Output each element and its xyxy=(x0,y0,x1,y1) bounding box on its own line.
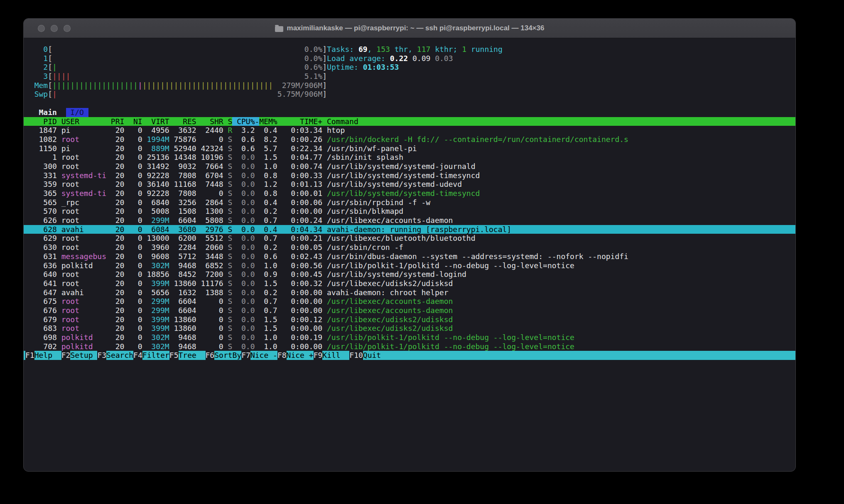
fkey-tree[interactable]: F5Tree xyxy=(169,351,206,360)
process-row-359[interactable]: 359 root 20 0 36140 11168 7448 S 0.0 1.2… xyxy=(24,180,795,189)
column-gap xyxy=(196,333,201,342)
column-header-command[interactable]: Command xyxy=(327,117,358,126)
column-header-user[interactable]: USER xyxy=(61,117,106,126)
column-header-mem[interactable]: MEM% xyxy=(259,117,277,126)
column-gap xyxy=(124,117,129,126)
column-header-shr[interactable]: SHR xyxy=(201,117,223,126)
process-row-636[interactable]: 636 polkitd 20 0 302M 9468 6852 S 0.0 1.… xyxy=(24,261,795,270)
column-gap xyxy=(106,234,111,243)
fkey-nice-[interactable]: F8Nice + xyxy=(277,351,314,360)
column-header-pid[interactable]: PID xyxy=(25,117,57,126)
cell-mem: 0.4 xyxy=(259,126,277,135)
fkey-quit[interactable]: F10Quit xyxy=(349,351,390,360)
cell-cpu: 0.0 xyxy=(237,333,255,342)
column-gap xyxy=(142,297,147,306)
meter-label: 3 xyxy=(25,72,48,81)
window-titlebar[interactable]: maximiliankaske — pi@raspberrypi: ~ — ss… xyxy=(24,19,795,38)
cell-pri: 20 xyxy=(111,252,125,261)
cell-time: 0:00.32 xyxy=(282,279,323,288)
column-gap xyxy=(255,198,260,207)
column-header-s[interactable]: S xyxy=(228,117,233,126)
cell-virt: 299M xyxy=(147,306,169,315)
column-gap xyxy=(196,189,201,198)
tab-io[interactable]: I/O xyxy=(66,108,88,117)
process-row-629[interactable]: 629 root 20 0 13000 6200 5512 S 0.0 0.7 … xyxy=(24,234,795,243)
process-row-1082[interactable]: 1082 root 20 0 1994M 75876 0 S 0.6 8.2 0… xyxy=(24,135,795,144)
column-header-virt[interactable]: VIRT xyxy=(147,117,169,126)
cell-pri: 20 xyxy=(111,306,125,315)
process-row-640[interactable]: 640 root 20 0 18856 8452 7200 S 0.0 0.9 … xyxy=(24,270,795,279)
column-gap xyxy=(196,261,201,270)
process-row-570[interactable]: 570 root 20 0 5008 1508 1300 S 0.0 0.2 0… xyxy=(24,207,795,216)
tab-main[interactable]: Main xyxy=(39,108,57,117)
fkey-kill[interactable]: F9Kill xyxy=(314,351,350,360)
column-gap xyxy=(223,117,228,126)
column-gap xyxy=(255,153,260,162)
column-gap xyxy=(124,144,129,153)
process-row-365[interactable]: 365 systemd-ti 20 0 92228 7808 0 S 0.0 0… xyxy=(24,189,795,198)
zoom-button[interactable] xyxy=(64,25,71,32)
meter-close-bracket: ] xyxy=(322,72,327,81)
process-row-647[interactable]: 647 avahi 20 0 5656 1632 1388 S 0.0 0.2 … xyxy=(24,288,795,297)
cell-shr: 3448 xyxy=(201,252,223,261)
column-header-pri[interactable]: PRI xyxy=(111,117,125,126)
cell-time: 0:00.00 xyxy=(282,324,323,333)
process-row-1150[interactable]: 1150 pi 20 0 889M 52940 42324 S 0.6 5.7 … xyxy=(24,144,795,153)
fkey-nice-[interactable]: F7Nice - xyxy=(241,351,277,360)
column-header-res[interactable]: RES xyxy=(174,117,196,126)
meter-value: 0.0% xyxy=(304,54,322,63)
process-row-702[interactable]: 702 polkitd 20 0 302M 9468 0 S 0.0 1.0 0… xyxy=(24,342,795,351)
process-row-641[interactable]: 641 root 20 0 399M 13860 11176 S 0.0 1.5… xyxy=(24,279,795,288)
meter-close-bracket: ] xyxy=(322,63,327,72)
process-row-631[interactable]: 631 messagebus 20 0 9608 5712 3448 S 0.0… xyxy=(24,252,795,261)
process-row-565[interactable]: 565 _rpc 20 0 6840 3256 2864 S 0.0 0.4 0… xyxy=(24,198,795,207)
tab-gap xyxy=(57,108,66,117)
process-row-1847[interactable]: 1847 pi 20 0 4956 3632 2440 R 3.2 0.4 0:… xyxy=(24,126,795,135)
column-gap xyxy=(232,225,237,234)
cell-ni: 0 xyxy=(129,333,142,342)
cell-virt: 31492 xyxy=(147,162,169,171)
column-gap xyxy=(277,270,282,279)
column-header-cpu-sort[interactable]: CPU%- xyxy=(232,117,259,126)
column-gap xyxy=(223,153,228,162)
process-row-676[interactable]: 676 root 20 0 299M 6604 0 S 0.0 0.7 0:00… xyxy=(24,306,795,315)
cell-user: root xyxy=(61,234,106,243)
column-gap xyxy=(223,180,228,189)
process-row-331[interactable]: 331 systemd-ti 20 0 92228 7808 6704 S 0.… xyxy=(24,171,795,180)
column-gap xyxy=(223,333,228,342)
process-row-698[interactable]: 698 polkitd 20 0 302M 9468 0 S 0.0 1.0 0… xyxy=(24,333,795,342)
cell-virt: 299M xyxy=(147,297,169,306)
cell-res: 7808 xyxy=(174,189,196,198)
column-gap xyxy=(57,144,61,153)
cell-time: 0:00.12 xyxy=(282,315,323,324)
cell-res: 6604 xyxy=(174,216,196,225)
process-row-683[interactable]: 683 root 20 0 399M 13860 0 S 0.0 1.5 0:0… xyxy=(24,324,795,333)
fkey-sortby[interactable]: F6SortBy xyxy=(206,351,242,360)
tasks-summary: Tasks: 69, 153 thr, 117 kthr; 1 running xyxy=(327,45,503,54)
fkey-setup[interactable]: F2Setup xyxy=(61,351,98,360)
column-header-ni[interactable]: NI xyxy=(129,117,142,126)
meter-close-bracket: ] xyxy=(322,81,327,90)
process-row-300[interactable]: 300 root 20 0 31492 9032 7664 S 0.0 1.0 … xyxy=(24,162,795,171)
column-gap xyxy=(322,180,327,189)
process-row-1[interactable]: 1 root 20 0 25136 14348 10196 S 0.0 1.5 … xyxy=(24,153,795,162)
cell-virt: 399M xyxy=(147,279,169,288)
column-gap xyxy=(277,171,282,180)
fkey-filter[interactable]: F4Filter xyxy=(133,351,169,360)
column-header-time[interactable]: TIME+ xyxy=(282,117,323,126)
cell-res: 11168 xyxy=(174,180,196,189)
process-row-679[interactable]: 679 root 20 0 399M 13860 0 S 0.0 1.5 0:0… xyxy=(24,315,795,324)
column-gap xyxy=(196,324,201,333)
fkey-help[interactable]: F1Help xyxy=(25,351,61,360)
column-gap xyxy=(196,135,201,144)
cell-shr: 0 xyxy=(201,189,223,198)
minimize-button[interactable] xyxy=(51,25,58,32)
cell-cpu: 0.0 xyxy=(237,171,255,180)
process-row-630[interactable]: 630 root 20 0 3960 2284 2060 S 0.0 0.2 0… xyxy=(24,243,795,252)
close-button[interactable] xyxy=(38,25,45,32)
fkey-search[interactable]: F3Search xyxy=(97,351,133,360)
process-row-626[interactable]: 626 root 20 0 299M 6604 5808 S 0.0 0.7 0… xyxy=(24,216,795,225)
cell-virt: 1994M xyxy=(147,135,169,144)
process-row-628[interactable]: 628 avahi 20 0 6084 3680 2976 S 0.0 0.4 … xyxy=(24,225,795,234)
process-row-675[interactable]: 675 root 20 0 299M 6604 0 S 0.0 0.7 0:00… xyxy=(24,297,795,306)
